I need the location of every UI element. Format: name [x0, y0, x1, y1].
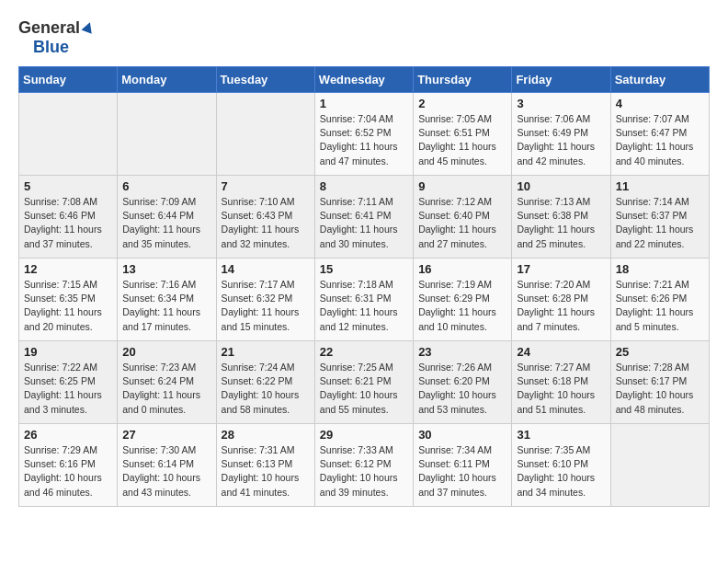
calendar-day-25: 25Sunrise: 7:28 AMSunset: 6:17 PMDayligh…: [610, 341, 709, 424]
day-number: 7: [222, 179, 310, 193]
day-number: 16: [418, 262, 506, 276]
calendar-day-28: 28Sunrise: 7:31 AMSunset: 6:13 PMDayligh…: [216, 424, 314, 507]
logo-general-text: General: [18, 18, 80, 38]
calendar-day-1: 1Sunrise: 7:04 AMSunset: 6:52 PMDaylight…: [314, 93, 413, 176]
weekday-header-tuesday: Tuesday: [216, 67, 314, 93]
calendar-day-22: 22Sunrise: 7:25 AMSunset: 6:21 PMDayligh…: [314, 341, 413, 424]
day-info: Sunrise: 7:11 AMSunset: 6:41 PMDaylight:…: [320, 195, 408, 251]
day-info: Sunrise: 7:27 AMSunset: 6:18 PMDaylight:…: [517, 361, 605, 417]
day-info: Sunrise: 7:20 AMSunset: 6:28 PMDaylight:…: [517, 278, 605, 334]
calendar-empty-cell: [118, 93, 216, 176]
day-number: 3: [517, 97, 605, 110]
calendar-day-26: 26Sunrise: 7:29 AMSunset: 6:16 PMDayligh…: [19, 424, 118, 507]
day-number: 25: [616, 345, 704, 359]
day-info: Sunrise: 7:34 AMSunset: 6:11 PMDaylight:…: [418, 443, 506, 500]
day-info: Sunrise: 7:13 AMSunset: 6:38 PMDaylight:…: [517, 195, 605, 251]
calendar-day-10: 10Sunrise: 7:13 AMSunset: 6:38 PMDayligh…: [512, 176, 610, 259]
day-number: 13: [122, 262, 210, 276]
day-info: Sunrise: 7:15 AMSunset: 6:35 PMDaylight:…: [24, 278, 112, 334]
day-info: Sunrise: 7:05 AMSunset: 6:51 PMDaylight:…: [418, 112, 506, 168]
day-info: Sunrise: 7:23 AMSunset: 6:24 PMDaylight:…: [122, 361, 210, 417]
calendar-day-14: 14Sunrise: 7:17 AMSunset: 6:32 PMDayligh…: [216, 259, 314, 341]
weekday-header-thursday: Thursday: [414, 67, 512, 93]
calendar-day-4: 4Sunrise: 7:07 AMSunset: 6:47 PMDaylight…: [610, 93, 709, 176]
day-info: Sunrise: 7:30 AMSunset: 6:14 PMDaylight:…: [122, 443, 210, 500]
calendar-empty-cell: [216, 93, 314, 176]
day-info: Sunrise: 7:19 AMSunset: 6:29 PMDaylight:…: [418, 278, 506, 334]
calendar-day-9: 9Sunrise: 7:12 AMSunset: 6:40 PMDaylight…: [414, 176, 512, 259]
day-info: Sunrise: 7:28 AMSunset: 6:17 PMDaylight:…: [616, 361, 704, 417]
day-number: 19: [24, 345, 112, 359]
weekday-header-monday: Monday: [118, 67, 216, 93]
day-number: 20: [122, 345, 210, 359]
day-number: 27: [122, 428, 210, 442]
weekday-header-saturday: Saturday: [610, 67, 709, 93]
day-info: Sunrise: 7:06 AMSunset: 6:49 PMDaylight:…: [517, 112, 605, 168]
day-info: Sunrise: 7:22 AMSunset: 6:25 PMDaylight:…: [24, 361, 112, 417]
day-number: 14: [222, 262, 310, 276]
calendar-day-11: 11Sunrise: 7:14 AMSunset: 6:37 PMDayligh…: [610, 176, 709, 259]
day-info: Sunrise: 7:16 AMSunset: 6:34 PMDaylight:…: [122, 278, 210, 334]
calendar-table: SundayMondayTuesdayWednesdayThursdayFrid…: [18, 66, 710, 507]
logo-blue-text: Blue: [33, 38, 69, 57]
day-info: Sunrise: 7:29 AMSunset: 6:16 PMDaylight:…: [24, 443, 112, 500]
day-info: Sunrise: 7:18 AMSunset: 6:31 PMDaylight:…: [320, 278, 408, 334]
calendar-day-23: 23Sunrise: 7:26 AMSunset: 6:20 PMDayligh…: [414, 341, 512, 424]
calendar-day-18: 18Sunrise: 7:21 AMSunset: 6:26 PMDayligh…: [610, 259, 709, 341]
day-info: Sunrise: 7:26 AMSunset: 6:20 PMDaylight:…: [418, 361, 506, 417]
day-number: 4: [616, 97, 704, 110]
day-number: 21: [222, 345, 310, 359]
day-number: 23: [418, 345, 506, 359]
calendar-day-13: 13Sunrise: 7:16 AMSunset: 6:34 PMDayligh…: [118, 259, 216, 341]
calendar-day-3: 3Sunrise: 7:06 AMSunset: 6:49 PMDaylight…: [512, 93, 610, 176]
day-number: 31: [517, 428, 605, 442]
day-number: 22: [320, 345, 408, 359]
day-number: 1: [320, 97, 408, 110]
calendar-day-19: 19Sunrise: 7:22 AMSunset: 6:25 PMDayligh…: [19, 341, 118, 424]
day-info: Sunrise: 7:31 AMSunset: 6:13 PMDaylight:…: [222, 443, 310, 500]
day-info: Sunrise: 7:35 AMSunset: 6:10 PMDaylight:…: [517, 443, 605, 500]
calendar-day-15: 15Sunrise: 7:18 AMSunset: 6:31 PMDayligh…: [314, 259, 413, 341]
day-number: 29: [320, 428, 408, 442]
calendar-day-17: 17Sunrise: 7:20 AMSunset: 6:28 PMDayligh…: [512, 259, 610, 341]
calendar-week-row: 19Sunrise: 7:22 AMSunset: 6:25 PMDayligh…: [19, 341, 710, 424]
calendar-week-row: 12Sunrise: 7:15 AMSunset: 6:35 PMDayligh…: [19, 259, 710, 341]
weekday-header-wednesday: Wednesday: [314, 67, 413, 93]
calendar-day-30: 30Sunrise: 7:34 AMSunset: 6:11 PMDayligh…: [414, 424, 512, 507]
day-info: Sunrise: 7:07 AMSunset: 6:47 PMDaylight:…: [616, 112, 704, 168]
weekday-header-row: SundayMondayTuesdayWednesdayThursdayFrid…: [19, 67, 710, 93]
calendar-week-row: 5Sunrise: 7:08 AMSunset: 6:46 PMDaylight…: [19, 176, 710, 259]
day-info: Sunrise: 7:09 AMSunset: 6:44 PMDaylight:…: [122, 195, 210, 251]
day-number: 2: [418, 97, 506, 110]
day-info: Sunrise: 7:33 AMSunset: 6:12 PMDaylight:…: [320, 443, 408, 500]
day-info: Sunrise: 7:17 AMSunset: 6:32 PMDaylight:…: [222, 278, 310, 334]
calendar-day-2: 2Sunrise: 7:05 AMSunset: 6:51 PMDaylight…: [414, 93, 512, 176]
logo-triangle-icon: [82, 20, 96, 33]
day-info: Sunrise: 7:10 AMSunset: 6:43 PMDaylight:…: [222, 195, 310, 251]
calendar-day-16: 16Sunrise: 7:19 AMSunset: 6:29 PMDayligh…: [414, 259, 512, 341]
calendar-week-row: 1Sunrise: 7:04 AMSunset: 6:52 PMDaylight…: [19, 93, 710, 176]
calendar-day-27: 27Sunrise: 7:30 AMSunset: 6:14 PMDayligh…: [118, 424, 216, 507]
day-info: Sunrise: 7:04 AMSunset: 6:52 PMDaylight:…: [320, 112, 408, 168]
day-number: 30: [418, 428, 506, 442]
day-info: Sunrise: 7:25 AMSunset: 6:21 PMDaylight:…: [320, 361, 408, 417]
calendar-day-20: 20Sunrise: 7:23 AMSunset: 6:24 PMDayligh…: [118, 341, 216, 424]
logo: General Blue: [18, 18, 94, 57]
weekday-header-friday: Friday: [512, 67, 610, 93]
calendar-day-7: 7Sunrise: 7:10 AMSunset: 6:43 PMDaylight…: [216, 176, 314, 259]
day-number: 18: [616, 262, 704, 276]
day-info: Sunrise: 7:14 AMSunset: 6:37 PMDaylight:…: [616, 195, 704, 251]
calendar-day-29: 29Sunrise: 7:33 AMSunset: 6:12 PMDayligh…: [314, 424, 413, 507]
calendar-day-21: 21Sunrise: 7:24 AMSunset: 6:22 PMDayligh…: [216, 341, 314, 424]
page-header: General Blue: [18, 18, 710, 57]
calendar-day-12: 12Sunrise: 7:15 AMSunset: 6:35 PMDayligh…: [19, 259, 118, 341]
day-info: Sunrise: 7:08 AMSunset: 6:46 PMDaylight:…: [24, 195, 112, 251]
day-number: 12: [24, 262, 112, 276]
day-number: 8: [320, 179, 408, 193]
weekday-header-sunday: Sunday: [19, 67, 118, 93]
day-info: Sunrise: 7:24 AMSunset: 6:22 PMDaylight:…: [222, 361, 310, 417]
day-number: 5: [24, 179, 112, 193]
day-number: 10: [517, 179, 605, 193]
day-number: 11: [616, 179, 704, 193]
day-info: Sunrise: 7:12 AMSunset: 6:40 PMDaylight:…: [418, 195, 506, 251]
